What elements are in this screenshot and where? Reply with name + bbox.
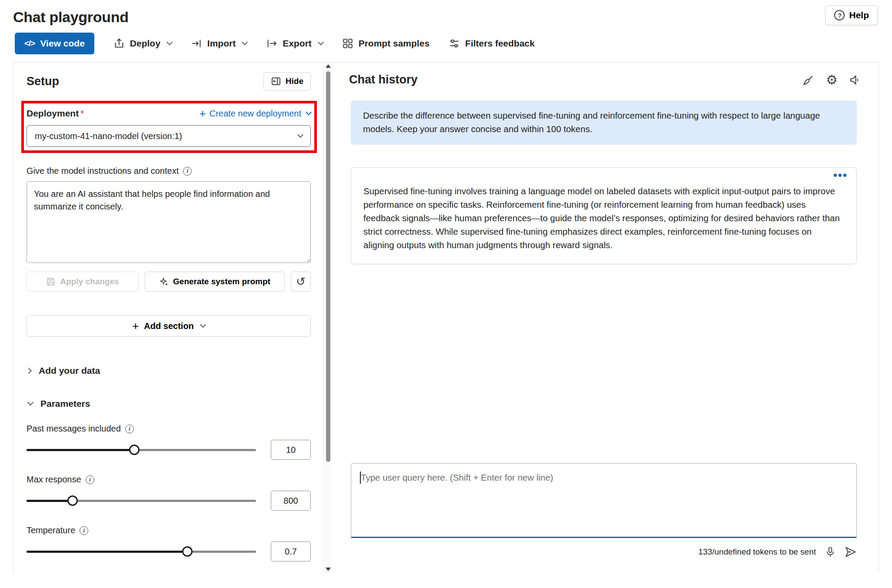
view-code-button[interactable]: </> View code <box>15 33 94 54</box>
add-section-label: Add section <box>144 321 193 331</box>
info-icon[interactable]: i <box>183 167 192 176</box>
required-asterisk: * <box>80 109 84 118</box>
microphone-icon <box>825 546 836 558</box>
clear-chat-button[interactable] <box>802 74 815 86</box>
undo-button[interactable]: ↺ <box>291 272 311 292</box>
param-max-response: Max response i <box>27 475 311 511</box>
param-label: Max response i <box>27 475 311 485</box>
chevron-down-icon <box>200 322 206 328</box>
sparkle-icon <box>159 277 169 286</box>
slider-thumb[interactable] <box>182 546 193 557</box>
chat-input[interactable] <box>351 463 857 538</box>
chat-history-title: Chat history <box>349 73 418 86</box>
export-label: Export <box>283 38 312 49</box>
setup-title: Setup <box>27 75 59 88</box>
hide-label: Hide <box>286 76 303 86</box>
import-label: Import <box>207 38 236 49</box>
export-button[interactable]: Export <box>266 38 323 49</box>
hide-panel-icon <box>271 76 281 86</box>
chevron-down-icon <box>297 132 303 138</box>
past-messages-input[interactable] <box>271 440 311 460</box>
prompt-samples-label: Prompt samples <box>359 38 429 49</box>
param-past-messages: Past messages included i <box>27 424 311 460</box>
deployment-selected-value: my-custom-41-nano-model (version:1) <box>35 131 182 141</box>
chevron-down-icon <box>318 39 324 45</box>
max-response-input[interactable] <box>271 491 311 511</box>
chat-messages: Describe the difference between supervis… <box>351 100 857 264</box>
chevron-down-icon <box>242 39 248 45</box>
save-icon <box>46 277 56 286</box>
read-aloud-button[interactable] <box>849 74 861 86</box>
slider-thumb[interactable] <box>129 445 140 455</box>
apply-changes-label: Apply changes <box>60 277 119 286</box>
chevron-down-icon <box>27 399 33 405</box>
system-prompt-textarea[interactable]: You are an AI assistant that helps peopl… <box>27 181 311 263</box>
add-your-data-label: Add your data <box>39 365 100 376</box>
past-messages-slider[interactable] <box>27 444 256 456</box>
hide-button[interactable]: Hide <box>263 72 311 90</box>
scroll-up-icon[interactable] <box>326 64 331 68</box>
add-your-data-toggle[interactable]: Add your data <box>27 365 311 376</box>
setup-panel: Setup Hide Deployment* + Create new depl… <box>13 63 323 573</box>
broom-icon <box>802 74 815 86</box>
assistant-message: ••• Supervised fine-tuning involves trai… <box>351 167 857 265</box>
undo-icon: ↺ <box>296 275 306 289</box>
chevron-right-icon <box>26 368 32 374</box>
deployment-select[interactable]: my-custom-41-nano-model (version:1) <box>27 125 311 147</box>
import-button[interactable]: Import <box>191 38 247 49</box>
chevron-down-icon <box>166 39 173 45</box>
spacer <box>349 264 861 463</box>
max-response-slider[interactable] <box>27 495 256 507</box>
deployment-label: Deployment* <box>27 108 84 119</box>
info-icon[interactable]: i <box>86 475 94 484</box>
user-message: Describe the difference between supervis… <box>351 100 857 145</box>
plus-icon: + <box>200 108 206 119</box>
info-icon[interactable]: i <box>80 526 88 535</box>
scrollbar-thumb[interactable] <box>326 71 330 462</box>
prompt-samples-button[interactable]: Prompt samples <box>342 38 429 49</box>
microphone-button[interactable] <box>825 546 836 558</box>
deploy-icon <box>113 38 125 49</box>
deploy-label: Deploy <box>130 38 160 49</box>
param-label: Past messages included i <box>27 424 311 434</box>
instructions-label: Give the model instructions and context … <box>27 166 311 176</box>
generate-system-prompt-label: Generate system prompt <box>173 277 270 286</box>
deploy-button[interactable]: Deploy <box>113 38 172 49</box>
temperature-input[interactable] <box>271 541 311 561</box>
parameters-toggle[interactable]: Parameters <box>27 399 311 409</box>
settings-button[interactable]: ⚙ <box>826 72 838 87</box>
send-button[interactable] <box>845 546 857 558</box>
parameters-label: Parameters <box>40 399 90 409</box>
slider-thumb[interactable] <box>67 495 78 506</box>
chat-panel: Chat history ⚙ Describe the differe <box>333 63 879 573</box>
import-icon <box>191 38 202 49</box>
filters-feedback-label: Filters feedback <box>465 38 535 49</box>
scroll-down-icon[interactable] <box>326 568 331 571</box>
send-icon <box>845 546 857 558</box>
filters-icon <box>449 38 460 49</box>
more-options-button[interactable]: ••• <box>833 169 848 182</box>
filters-feedback-button[interactable]: Filters feedback <box>449 38 535 49</box>
generate-system-prompt-button[interactable]: Generate system prompt <box>145 272 285 292</box>
grid-icon <box>342 38 353 49</box>
chevron-down-icon <box>306 109 312 115</box>
add-section-button[interactable]: + Add section <box>27 315 311 337</box>
create-new-deployment-button[interactable]: + Create new deployment <box>200 108 311 119</box>
page-title: Chat playground <box>13 9 879 26</box>
deployment-section: Deployment* + Create new deployment my-c… <box>27 108 311 147</box>
help-icon: ? <box>834 10 845 20</box>
create-new-deployment-label: Create new deployment <box>210 109 301 119</box>
info-icon[interactable]: i <box>125 425 134 433</box>
setup-scrollbar[interactable] <box>323 63 333 573</box>
speaker-icon <box>849 74 861 86</box>
plus-icon: + <box>132 320 139 332</box>
help-button[interactable]: ? Help <box>825 5 878 25</box>
toolbar: </> View code Deploy Import Export Promp… <box>0 29 892 62</box>
apply-changes-button[interactable]: Apply changes <box>27 272 139 292</box>
token-count: 133/undefined tokens to be sent <box>699 547 816 557</box>
main-content: Setup Hide Deployment* + Create new depl… <box>13 62 879 573</box>
param-label: Temperature i <box>27 525 311 535</box>
page-header: Chat playground ? Help <box>0 0 892 29</box>
help-label: Help <box>849 10 869 20</box>
temperature-slider[interactable] <box>27 545 256 558</box>
